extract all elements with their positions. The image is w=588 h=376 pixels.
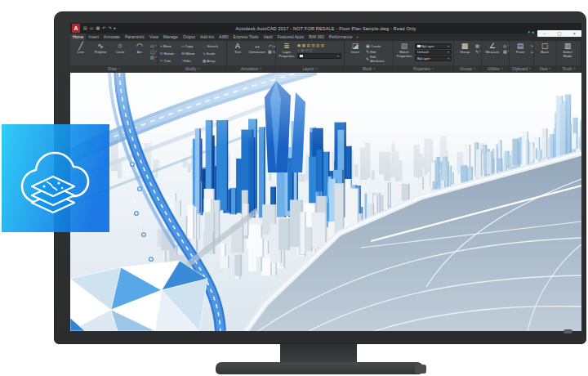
panel-expand-icon[interactable]: ▾ <box>529 65 531 73</box>
line-button[interactable]: ╱Line <box>72 42 90 55</box>
tab-add-ins[interactable]: Add-ins <box>198 34 216 41</box>
arc-button[interactable]: ◠Arc <box>131 42 149 55</box>
save-icon[interactable]: ▦ <box>96 23 100 34</box>
array-button[interactable]: ▦Array <box>203 57 224 65</box>
tab-vault[interactable]: Vault <box>261 34 275 41</box>
mirror-icon: ⋈ <box>181 51 185 56</box>
stretch-button[interactable]: ↔Stretch <box>203 43 224 50</box>
tab-manage[interactable]: Manage <box>161 34 180 41</box>
ungroup-button[interactable]: ▦▾ <box>475 43 481 48</box>
dimension-button[interactable]: ↔Dimension <box>248 42 266 55</box>
cloud-gis-badge <box>2 124 109 232</box>
panel-expand-icon[interactable]: ▾ <box>198 65 199 73</box>
layer-dropdown[interactable]: ▾ <box>297 53 341 59</box>
fillet-icon: ◝ <box>181 59 183 63</box>
panel-expand-icon[interactable]: ▾ <box>373 65 375 73</box>
quickcalc-button[interactable]: ▦▾ <box>503 49 509 54</box>
restore-button[interactable]: ▢ <box>557 30 561 37</box>
match-button[interactable]: ▧Match Properties <box>395 42 413 58</box>
polyline-button[interactable]: ∿Polyline <box>91 42 109 55</box>
selectmode-button[interactable]: ▥Select Mode <box>559 42 577 58</box>
undo-icon[interactable]: ↶ <box>102 23 105 34</box>
groupedit-button[interactable]: ✎▾ <box>475 49 481 54</box>
ungroup-icon: ▦ <box>475 43 479 48</box>
leader-button[interactable]: ↗Leader <box>268 43 275 48</box>
panel-expand-icon[interactable]: ▾ <box>501 65 503 73</box>
panel-expand-icon[interactable]: ▾ <box>474 65 475 73</box>
quick-access-toolbar[interactable]: ▤ ▭ ▦ ↶ ↷ ▸ <box>83 23 116 34</box>
rect-button[interactable]: ▭▾ <box>150 43 157 48</box>
trim-button[interactable]: ✂Trim <box>160 57 181 65</box>
paste-button[interactable]: ▤Paste <box>511 42 529 55</box>
copy-button[interactable]: ▱Copy <box>181 43 203 50</box>
panel-expand-icon[interactable]: ▾ <box>315 65 317 73</box>
idpoint-button[interactable]: ◎▾ <box>503 43 509 48</box>
properties-dropdown-2[interactable]: ByLayer▾ <box>415 56 452 61</box>
tab-express-tools[interactable]: Express Tools <box>231 34 261 41</box>
properties-dropdown-0[interactable]: ByLayer▾ <box>415 43 452 49</box>
panel-expand-icon[interactable]: ▾ <box>118 65 120 73</box>
tab-performance[interactable]: Performance <box>327 34 355 41</box>
dropdown-caret-icon: ▾ <box>479 50 481 53</box>
move-label: Move <box>163 44 172 48</box>
tab-view[interactable]: View <box>147 34 161 41</box>
mirror-button[interactable]: ⋈Mirror <box>181 50 203 57</box>
circle-button[interactable]: ○Circle <box>111 42 129 55</box>
move-button[interactable]: +Move <box>160 43 181 50</box>
panel-annotation: AText↔Dimension↗Leader▦TableAnnotation▾ <box>227 41 276 73</box>
create-icon: ▣ <box>366 43 370 48</box>
measure-button[interactable]: ∠Measure <box>483 42 501 55</box>
tab-featured-apps[interactable]: Featured Apps <box>275 34 307 41</box>
hatch-button[interactable]: ▨▾ <box>150 55 157 60</box>
new-icon[interactable]: ▤ <box>83 23 87 34</box>
fillet-button[interactable]: ◝Fillet <box>181 57 203 65</box>
panel-groups: ▩Group▦▾✎▾Groups▾ <box>454 41 482 73</box>
open-icon[interactable]: ▭ <box>90 23 94 34</box>
cutclip-button[interactable]: ✂▾ <box>531 43 533 48</box>
text-button[interactable]: AText <box>229 42 247 55</box>
scale-button[interactable]: ↘Scale <box>203 50 224 57</box>
create-button[interactable]: ▣Create <box>366 43 391 48</box>
edit-button[interactable]: ✎Edit <box>366 49 391 54</box>
redo-icon[interactable]: ↷ <box>108 23 111 34</box>
leader-label: Leader <box>272 44 275 48</box>
layers-button[interactable]: ≣Layer Properties <box>278 42 296 58</box>
panel-block: ◪Insert▣Create✎Edit✎Edit AttributesBlock… <box>345 41 394 73</box>
insert-button[interactable]: ◪Insert <box>346 42 364 55</box>
table-button[interactable]: ▦Table <box>268 49 275 54</box>
autocad-logo-icon[interactable]: A <box>72 24 80 33</box>
group-button[interactable]: ▩Group <box>456 42 474 55</box>
tab-parametric[interactable]: Parametric <box>122 34 147 41</box>
minimize-button[interactable]: – <box>543 30 546 37</box>
tab-home[interactable]: Home <box>70 34 86 41</box>
infocenter-icons[interactable]: ▾● <box>528 29 534 34</box>
tab-bim-360[interactable]: BIM 360 <box>306 34 327 41</box>
power-button[interactable] <box>564 329 572 333</box>
panel-expand-icon[interactable]: ▾ <box>260 65 261 73</box>
properties-dropdown-1[interactable]: Default▾ <box>415 50 452 56</box>
dropdown-caret-icon: ▾ <box>155 44 157 47</box>
panel-expand-icon[interactable]: ▾ <box>549 65 550 73</box>
tab-output[interactable]: Output <box>180 34 198 41</box>
mirror-label: Mirror <box>186 51 195 56</box>
panel-label: Utilities <box>488 65 500 73</box>
tab-insert[interactable]: Insert <box>86 34 101 41</box>
chevron-down-icon: ▾ <box>337 54 339 58</box>
ribbon-options-icon[interactable]: ▾ <box>354 34 359 41</box>
copyclip-icon: ▱ <box>531 49 533 54</box>
ellipse-icon: ◯ <box>150 49 155 54</box>
trim-label: Trim <box>164 59 171 63</box>
panel-expand-icon[interactable]: ▾ <box>432 65 434 73</box>
copyclip-button[interactable]: ▱▾ <box>531 49 533 54</box>
tab-annotate[interactable]: Annotate <box>101 34 122 41</box>
ellipse-button[interactable]: ◯▾ <box>150 49 157 54</box>
close-button[interactable]: × <box>573 30 576 37</box>
panel-expand-icon[interactable]: ▾ <box>574 65 576 73</box>
editattr-button[interactable]: ✎Edit Attributes <box>366 55 391 63</box>
tab-a360[interactable]: A360 <box>216 34 231 41</box>
rotate-button[interactable]: ↻Rotate <box>160 50 181 57</box>
monitor: A ▤ ▭ ▦ ↶ ↷ ▸ Autodesk AutoCAD 2017 - NO… <box>54 11 586 344</box>
drawing-area-city-visualization <box>70 73 581 331</box>
base-button[interactable]: ▢Base <box>536 42 554 55</box>
plot-icon[interactable]: ▸ <box>114 23 117 34</box>
